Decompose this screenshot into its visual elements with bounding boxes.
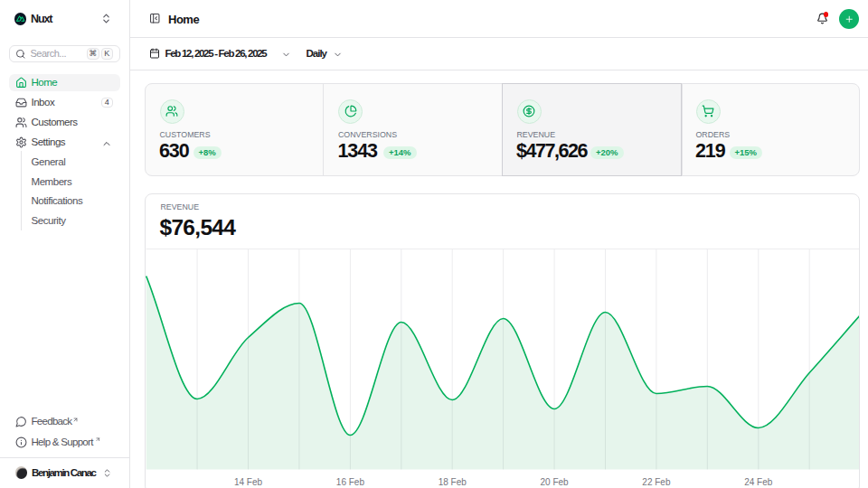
svg-text:22 Feb: 22 Feb — [642, 477, 671, 487]
svg-text:20 Feb: 20 Feb — [540, 477, 569, 487]
svg-text:24 Feb: 24 Feb — [744, 477, 773, 487]
svg-text:18 Feb: 18 Feb — [438, 477, 467, 487]
svg-text:14 Feb: 14 Feb — [233, 477, 262, 487]
svg-text:16 Feb: 16 Feb — [335, 477, 364, 487]
